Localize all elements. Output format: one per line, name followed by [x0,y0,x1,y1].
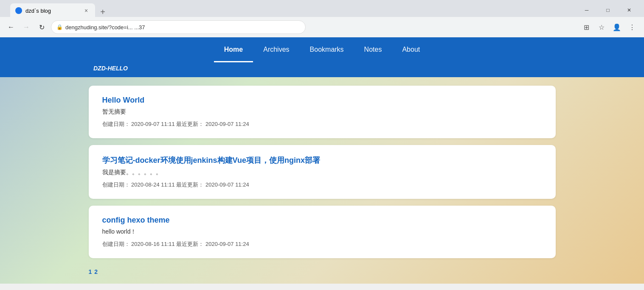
toolbar-right: ⊞ ☆ 👤 ⋮ [579,20,639,34]
nav-item-bookmarks[interactable]: Bookmarks [300,38,354,62]
account-button[interactable]: 👤 [610,20,624,34]
nav-link-archives[interactable]: Archives [253,38,299,61]
url-text: dengzhuding.site/?code=i... ...37 [65,24,145,31]
post-card-3: config hexo theme hello world！ 创建日期： 202… [89,206,556,258]
translate-button[interactable]: ⊞ [579,20,593,34]
close-button[interactable]: ✕ [619,3,639,17]
forward-button[interactable]: → [20,21,32,33]
nav-item-archives[interactable]: Archives [253,38,299,62]
nav-item-about[interactable]: About [392,38,430,62]
maximize-button[interactable]: □ [598,3,618,17]
post-summary-1: 暂无摘要 [102,108,542,116]
pagination: 1 2 [89,265,556,275]
posts-container: Hello World 暂无摘要 创建日期： 2020-09-07 11:11 … [89,86,556,275]
post-title-2[interactable]: 学习笔记-docker环境使用jenkins构建Vue项目，使用nginx部署 [102,155,542,165]
post-updated-label-1: 最近更新： [176,121,204,127]
browser-chrome: dzd`s blog × + ─ □ ✕ ← → ↻ 🔒 dengzhuding… [0,0,644,37]
url-bar[interactable]: 🔒 dengzhuding.site/?code=i... ...37 [51,20,306,34]
page-link-1[interactable]: 1 [89,268,92,275]
main-content: Hello World 暂无摘要 创建日期： 2020-09-07 11:11 … [0,77,644,284]
menu-button[interactable]: ⋮ [625,20,639,34]
post-meta-3: 创建日期： 2020-08-16 11:11 最近更新： 2020-09-07 … [102,241,249,247]
post-updated-1: 2020-09-07 11:24 [205,121,249,127]
post-updated-2: 2020-09-07 11:24 [205,181,249,188]
post-summary-3: hello world！ [102,228,542,236]
reload-button[interactable]: ↻ [36,21,48,33]
address-bar: ← → ↻ 🔒 dengzhuding.site/?code=i... ...3… [0,17,644,37]
post-meta-1: 创建日期： 2020-09-07 11:11 最近更新： 2020-09-07 … [102,121,249,127]
site-header-banner: DZD-HELLO [0,63,644,77]
lock-icon: 🔒 [56,24,63,30]
minimize-button[interactable]: ─ [577,3,596,17]
back-button[interactable]: ← [5,21,17,33]
nav-link-bookmarks[interactable]: Bookmarks [300,38,354,61]
post-card-2: 学习笔记-docker环境使用jenkins构建Vue项目，使用nginx部署 … [89,145,556,199]
page-link-2[interactable]: 2 [94,268,98,275]
title-bar: dzd`s blog × + ─ □ ✕ [0,0,644,17]
post-summary-2: 我是摘要。。。。。。 [102,169,542,176]
nav-link-about[interactable]: About [392,38,430,61]
nav-item-notes[interactable]: Notes [354,38,392,62]
tab-title: dzd`s blog [25,8,79,14]
post-title-3[interactable]: config hexo theme [102,216,542,225]
website: Home Archives Bookmarks Notes About DZD-… [0,37,644,284]
post-created-label-3: 创建日期： 2020-08-16 11:11 [102,241,175,247]
new-tab-button[interactable]: + [97,6,109,18]
post-created-label-1: 创建日期： 2020-09-07 11:11 [102,121,175,127]
tab-favicon [15,7,22,14]
post-title-1[interactable]: Hello World [102,96,542,105]
browser-tab[interactable]: dzd`s blog × [10,3,95,18]
post-updated-label-2: 最近更新： [176,181,204,188]
close-tab-button[interactable]: × [82,7,90,14]
post-updated-3: 2020-09-07 11:24 [205,241,249,247]
window-controls: ─ □ ✕ [577,3,639,17]
nav-item-home[interactable]: Home [214,38,253,62]
bookmark-button[interactable]: ☆ [595,20,608,34]
site-title: DZD-HELLO [93,65,128,72]
nav-link-home[interactable]: Home [214,38,253,62]
nav-list: Home Archives Bookmarks Notes About [214,38,430,62]
site-nav: Home Archives Bookmarks Notes About [0,37,644,63]
post-created-label-2: 创建日期： 2020-08-24 11:11 [102,181,175,188]
post-meta-2: 创建日期： 2020-08-24 11:11 最近更新： 2020-09-07 … [102,181,249,188]
post-card-1: Hello World 暂无摘要 创建日期： 2020-09-07 11:11 … [89,86,556,138]
nav-link-notes[interactable]: Notes [354,38,392,61]
post-updated-label-3: 最近更新： [176,241,204,247]
